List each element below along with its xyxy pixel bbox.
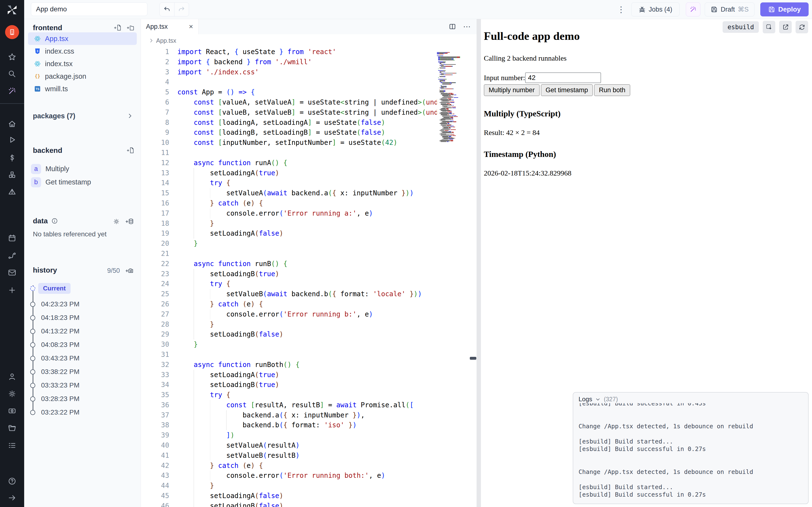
panel-divider[interactable] (476, 19, 481, 507)
jobs-button[interactable]: Jobs (4) (631, 2, 679, 16)
rail-item-list-icon[interactable] (0, 441, 24, 450)
deploy-save-icon (768, 6, 775, 13)
preview-button-multiply-number[interactable]: Multiply number (484, 84, 540, 96)
history-entry[interactable]: 03:38:22 PM (24, 365, 141, 379)
history-count: 9/50 (107, 267, 120, 275)
info-icon[interactable] (51, 218, 58, 224)
history-timeline: Current04:23:23 PM04:18:23 PM04:13:22 PM… (24, 279, 141, 507)
rail-item-prism-icon[interactable] (0, 187, 24, 196)
rail-item-user-icon[interactable] (0, 372, 24, 381)
logs-header[interactable]: Logs (327) (578, 395, 621, 403)
ai-wand-button[interactable] (686, 2, 700, 16)
frontend-file-list: App.tsx3index.cssindex.tsx{}package.json… (24, 32, 141, 95)
history-entry[interactable]: 03:33:23 PM (24, 379, 141, 392)
rail-item-home-icon[interactable] (0, 120, 24, 128)
refresh-icon[interactable] (796, 21, 808, 33)
input-number-label: Input number: (484, 74, 525, 82)
rail-item-gear-icon[interactable] (0, 389, 24, 398)
history-current-row[interactable]: Current (24, 279, 141, 297)
panel-resize-handle[interactable] (470, 357, 476, 360)
rail-item-plus-icon[interactable] (0, 286, 24, 294)
redo-button[interactable] (174, 3, 189, 16)
rail-item-help-icon[interactable] (0, 477, 24, 486)
version-dot (30, 396, 35, 401)
history-entry[interactable]: 04:23:23 PM (24, 297, 141, 311)
rail-item-building-icon[interactable] (0, 25, 24, 39)
rail-item-play-icon[interactable] (0, 135, 24, 144)
minimap[interactable] (437, 48, 471, 138)
rail-item-workers-icon[interactable] (0, 406, 24, 415)
rail-item-calendar-icon[interactable] (0, 234, 24, 242)
history-entry[interactable]: 03:28:23 PM (24, 392, 141, 406)
input-number-field[interactable] (525, 72, 601, 83)
rail-item-search-icon[interactable] (0, 69, 24, 78)
undo-button[interactable] (160, 3, 174, 16)
backend-item-get-timestamp[interactable]: bGet timestamp (24, 175, 141, 189)
file-item-package.json[interactable]: {}package.json (28, 70, 137, 82)
log-line: [esbuild] Build successful in 0.27s (578, 491, 803, 499)
tab-app-tsx[interactable]: App.tsx × (141, 19, 199, 34)
new-folder-icon[interactable] (127, 24, 134, 31)
history-entry[interactable]: 04:18:23 PM (24, 311, 141, 325)
data-settings-gear-icon[interactable] (113, 217, 120, 225)
packages-label: packages (7) (33, 112, 126, 120)
rail-item-folder-icon[interactable] (0, 424, 24, 433)
code-area[interactable]: 1234567891011121314151617181920212223242… (141, 47, 476, 507)
history-entry[interactable]: 04:13:22 PM (24, 325, 141, 338)
file-item-wmill.ts[interactable]: TSwmill.ts (28, 82, 137, 95)
split-editor-icon[interactable] (449, 23, 456, 31)
rail-item-graduation-cap-icon[interactable] (0, 205, 24, 214)
app-name-input[interactable] (31, 2, 147, 16)
log-line: Change /App.tsx detected, 1s debounce on… (578, 468, 803, 476)
rail-item-mail-icon[interactable] (0, 268, 24, 277)
rail-item-star-icon[interactable] (0, 53, 24, 61)
close-tab-icon[interactable]: × (189, 22, 193, 31)
history-entry[interactable]: 03:43:23 PM (24, 351, 141, 365)
current-version-badge[interactable]: Current (38, 283, 70, 294)
rail-item-route-icon[interactable] (0, 251, 24, 260)
file-item-App.tsx[interactable]: App.tsx (28, 32, 137, 45)
rail-item-arrow-right-icon[interactable] (0, 494, 24, 502)
more-options-icon[interactable]: ⋯ (463, 22, 471, 31)
add-database-icon[interactable] (126, 217, 134, 225)
open-external-icon[interactable] (779, 21, 792, 33)
history-entry[interactable]: 04:08:23 PM (24, 338, 141, 351)
rail-item-cubes-icon[interactable] (0, 170, 24, 179)
frontend-title: frontend (33, 24, 62, 32)
preview-content: Full-code app demo Calling 2 backend run… (484, 19, 812, 177)
file-item-index.css[interactable]: 3index.css (28, 45, 137, 57)
bug-icon (639, 6, 646, 13)
backend-section-actions (127, 147, 134, 154)
log-line (578, 430, 803, 438)
version-dot (30, 342, 35, 347)
packages-row[interactable]: packages (7) (24, 110, 141, 122)
react-file-icon (34, 60, 41, 67)
windmill-logo[interactable] (0, 2, 24, 17)
result-b-heading: Timestamp (Python) (484, 150, 812, 159)
rail-item-wand-icon[interactable] (0, 87, 24, 95)
version-timestamp: 03:38:22 PM (41, 368, 80, 376)
new-file-icon[interactable] (114, 24, 121, 31)
breadcrumb[interactable]: App.tsx (141, 34, 476, 47)
history-entry[interactable]: 03:23:22 PM (24, 406, 141, 419)
runnable-label: Get timestamp (45, 178, 91, 186)
history-title: history (33, 266, 57, 274)
new-runnable-icon[interactable] (127, 147, 134, 154)
file-name: wmill.ts (45, 85, 68, 93)
code-editor-panel: App.tsx × ⋯ App.tsx 12345678910111213141… (141, 19, 476, 507)
version-dot (30, 410, 35, 415)
snapshot-camera-icon[interactable] (126, 267, 134, 275)
file-item-index.tsx[interactable]: index.tsx (28, 57, 137, 70)
preview-button-run-both[interactable]: Run both (594, 84, 630, 96)
kebab-menu-icon[interactable]: ⋮ (616, 2, 626, 16)
deploy-button[interactable]: Deploy (760, 2, 809, 16)
logs-count: (327) (604, 396, 618, 403)
runnable-badge: a (31, 164, 41, 174)
rail-item-dollar-icon[interactable] (0, 154, 24, 162)
backend-item-multiply[interactable]: aMultiply (24, 162, 141, 175)
draft-button[interactable]: Draft ⌘S (705, 2, 755, 16)
logs-body[interactable]: [esbuild] Build successful in 0.45s Chan… (578, 403, 803, 501)
inspect-element-icon[interactable] (763, 21, 775, 33)
preview-button-get-timestamp[interactable]: Get timestamp (541, 84, 593, 96)
left-icon-rail (0, 0, 24, 507)
